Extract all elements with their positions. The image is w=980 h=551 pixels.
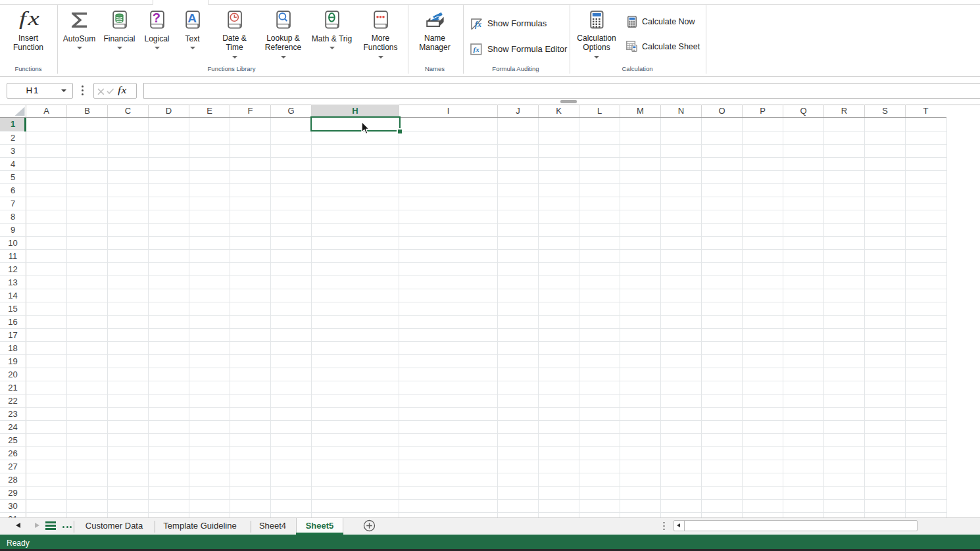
svg-text:?: ? xyxy=(152,11,160,25)
svg-text:A: A xyxy=(187,11,197,25)
